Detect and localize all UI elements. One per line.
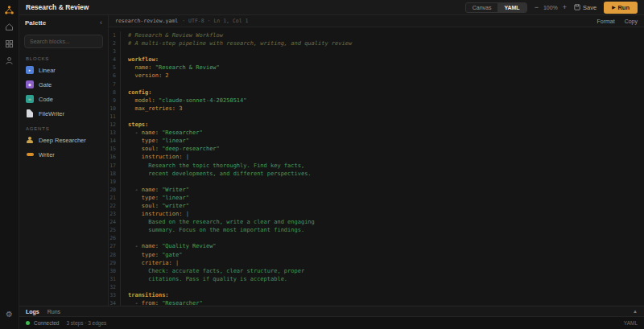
palette-item-linear[interactable]: ▸Linear (19, 63, 108, 77)
palette-item-label: FileWriter (39, 110, 64, 117)
palette-item-deep-researcher[interactable]: Deep Researcher (19, 133, 108, 147)
line-number: 30 (109, 267, 121, 275)
page-title: Research & Review (26, 3, 89, 11)
palette-item-label: Linear (39, 67, 56, 74)
line-number: 3 (109, 47, 121, 56)
play-icon: ▶ (612, 5, 615, 10)
run-button[interactable]: ▶ Run (604, 2, 638, 14)
left-icon-rail: ⚙ (0, 0, 19, 329)
code-line: 18 recent developments, and different pe… (109, 170, 644, 178)
line-content: steps: (128, 121, 148, 129)
line-content: # A multi-step pipeline with research, w… (128, 39, 352, 47)
code-line: 16 instruction: | (109, 153, 644, 161)
line-content: workflow: (128, 56, 159, 64)
bottom-tab-logs[interactable]: Logs (26, 309, 39, 315)
code-line: 9 model: "claude-sonnet-4-20250514" (109, 97, 644, 105)
zoom-level: 100% (543, 5, 558, 10)
view-toggle-yaml[interactable]: YAML (497, 3, 526, 12)
blocks-icon[interactable] (3, 37, 16, 50)
line-content: - name: "Writer" (128, 186, 189, 194)
main-column: Research & Review CanvasYAML − 100% + Sa… (19, 0, 644, 329)
code-line: 6 version: 2 (109, 72, 644, 80)
app-window: ⚙ Research & Review CanvasYAML − 100% + … (0, 0, 644, 329)
editor-tab-bar: research-review.yaml · UTF-8 · Ln 1, Col… (109, 15, 644, 27)
code-line: 32 (109, 283, 644, 291)
search-input[interactable] (24, 35, 103, 48)
save-button[interactable]: Save (574, 4, 597, 11)
view-toggle-canvas[interactable]: Canvas (466, 3, 498, 12)
line-content: transitions: (128, 291, 169, 299)
code-line: 3 (109, 47, 644, 56)
panel-expand-icon[interactable]: ▲ (633, 309, 638, 314)
editor-actions: Format Copy (597, 19, 638, 24)
palette-header: Palette ‹ (19, 15, 108, 28)
code-line: 31 citations. Pass if quality is accepta… (109, 275, 644, 283)
line-number: 19 (109, 178, 121, 186)
line-number: 33 (109, 291, 121, 299)
line-content: summary. Focus on the most important fin… (128, 226, 304, 234)
bottom-tab-runs[interactable]: Runs (47, 309, 60, 315)
line-number: 21 (109, 194, 121, 202)
palette-item-code[interactable]: ‹›Code (19, 92, 108, 106)
palette-collapse-icon[interactable]: ‹ (100, 19, 102, 27)
code-line: 8config: (109, 88, 644, 97)
save-floppy-icon (574, 4, 580, 10)
zoom-in-button[interactable]: + (563, 4, 567, 11)
code-line: 23 instruction: | (109, 210, 644, 218)
zoom-controls: − 100% + (535, 4, 567, 11)
line-number: 23 (109, 210, 121, 218)
settings-gear-icon[interactable]: ⚙ (3, 308, 16, 321)
code-line: 7 (109, 80, 644, 88)
line-number: 4 (109, 56, 121, 64)
filewriter-icon (27, 109, 33, 117)
line-content: model: "claude-sonnet-4-20250514" (128, 97, 247, 105)
file-meta: · UTF-8 · Ln 1, Col 1 (182, 18, 248, 24)
line-content: - from: "Researcher" (128, 299, 203, 306)
file-name: research-review.yaml (115, 18, 178, 24)
line-content: citations. Pass if quality is acceptable… (128, 275, 287, 283)
line-number: 6 (109, 72, 121, 80)
view-toggle: CanvasYAML (465, 2, 527, 13)
line-content: type: "linear" (128, 137, 189, 145)
home-icon[interactable] (3, 20, 16, 33)
line-content: soul: "deep-researcher" (128, 145, 220, 153)
section-label-blocks: BLOCKS (19, 51, 108, 63)
run-button-label: Run (617, 4, 630, 11)
line-number: 1 (109, 31, 121, 39)
graph-summary: 3 steps · 3 edges (66, 320, 106, 326)
code-area[interactable]: 1# Research & Review Workflow2# A multi-… (109, 27, 644, 306)
line-number: 7 (109, 80, 121, 88)
palette-item-gate[interactable]: ◆Gate (19, 77, 108, 92)
code-line: 19 (109, 178, 644, 186)
agents-icon[interactable] (3, 54, 16, 67)
code-line: 28 type: "gate" (109, 251, 644, 259)
code-line: 4workflow: (109, 56, 644, 64)
line-number: 15 (109, 145, 121, 153)
palette-title: Palette (25, 19, 46, 27)
line-content: instruction: | (128, 153, 189, 161)
palette-sidebar: Palette ‹ BLOCKS▸Linear◆Gate‹›CodeFileWr… (19, 15, 109, 306)
code-line: 24 Based on the research, write a clear … (109, 218, 644, 226)
connection-dot-icon (26, 321, 30, 325)
copy-button[interactable]: Copy (625, 19, 638, 24)
mode-indicator: YAML (624, 320, 638, 326)
palette-item-filewriter[interactable]: FileWriter (19, 106, 108, 121)
code-line: 11 (109, 113, 644, 121)
line-number: 29 (109, 259, 121, 267)
linear-icon: ▸ (26, 66, 34, 74)
writer-icon (26, 150, 34, 158)
code-line: 14 type: "linear" (109, 137, 644, 145)
line-number: 16 (109, 153, 121, 161)
format-button[interactable]: Format (597, 19, 614, 24)
line-content: soul: "writer" (128, 202, 189, 210)
zoom-out-button[interactable]: − (535, 4, 539, 11)
code-line: 10 max_retries: 3 (109, 105, 644, 113)
line-number: 5 (109, 64, 121, 72)
line-content: name: "Research & Review" (128, 64, 220, 72)
topbar-actions: CanvasYAML − 100% + Save ▶ Run (465, 2, 638, 14)
code-line: 30 Check: accurate facts, clear structur… (109, 267, 644, 275)
palette-item-writer[interactable]: Writer (19, 147, 108, 162)
status-bar: Connected 3 steps · 3 edges YAML (19, 316, 644, 329)
line-number: 31 (109, 275, 121, 283)
line-content: Research the topic thoroughly. Find key … (128, 162, 304, 170)
